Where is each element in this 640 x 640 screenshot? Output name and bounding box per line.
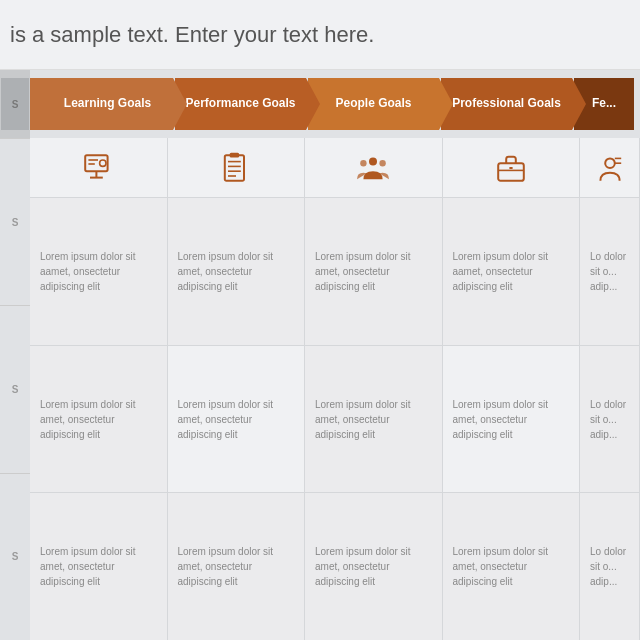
left-label-row3: S [0, 473, 30, 640]
cell-r3-c5: Lo dolor sit o... adip... [580, 493, 640, 640]
svg-point-12 [369, 157, 377, 165]
header-sample-text: is a sample text. Enter your text here. [10, 22, 374, 48]
svg-point-18 [605, 158, 615, 168]
learning-icon-cell [30, 138, 168, 197]
tab-professional-goals[interactable]: Professional Goals [441, 78, 572, 130]
cell-r2-c5: Lo dolor sit o... adip... [580, 346, 640, 493]
cell-r2-c4: Lorem ipsum dolor sit amet, onsectetur a… [443, 346, 581, 493]
svg-point-13 [360, 160, 366, 166]
learning-icon [82, 152, 114, 184]
professional-goals-label: Professional Goals [444, 96, 569, 112]
fifth-icon-cell [580, 138, 640, 197]
svg-rect-0 [85, 155, 107, 171]
data-rows: Lorem ipsum dolor sit aamet, onsectetur … [30, 198, 640, 640]
cell-r3-c2: Lorem ipsum dolor sit amet, onsectetur a… [168, 493, 306, 640]
svg-rect-6 [225, 155, 244, 181]
left-nav-arrow: S [1, 78, 29, 130]
left-labels: S S S S [0, 70, 30, 640]
fifth-icon [594, 152, 626, 184]
people-goals-label: People Goals [327, 96, 419, 112]
cell-r2-c1: Lorem ipsum dolor sit amet, onsectetur a… [30, 346, 168, 493]
performance-icon [220, 152, 252, 184]
tab-performance-goals[interactable]: Performance Goals [175, 78, 306, 130]
page-wrapper: is a sample text. Enter your text here. … [0, 0, 640, 640]
svg-point-5 [100, 160, 106, 166]
header-text: is a sample text. Enter your text here. [0, 0, 640, 70]
left-label-header: S [0, 70, 30, 138]
tab-people-goals[interactable]: People Goals [308, 78, 439, 130]
icon-row [30, 138, 640, 198]
professional-icon-cell [443, 138, 581, 197]
svg-point-14 [380, 160, 386, 166]
professional-icon [495, 152, 527, 184]
cell-r1-c3: Lorem ipsum dolor sit amet, onsectetur a… [305, 198, 443, 345]
performance-goals-label: Performance Goals [177, 96, 303, 112]
learning-goals-label: Learning Goals [56, 96, 159, 112]
cell-r3-c4: Lorem ipsum dolor sit amet, onsectetur a… [443, 493, 581, 640]
cell-r2-c3: Lorem ipsum dolor sit amet, onsectetur a… [305, 346, 443, 493]
table-area: Learning Goals Performance Goals People … [30, 70, 640, 640]
people-icon-cell [305, 138, 443, 197]
svg-rect-15 [498, 163, 524, 181]
arrow-header-row: Learning Goals Performance Goals People … [30, 70, 640, 138]
performance-icon-cell [168, 138, 306, 197]
data-row-1: Lorem ipsum dolor sit aamet, onsectetur … [30, 198, 640, 346]
fifth-goals-label: Fe... [584, 96, 624, 112]
data-row-3: Lorem ipsum dolor sit amet, onsectetur a… [30, 493, 640, 640]
left-label-row1: S [0, 138, 30, 305]
left-label-row2: S [0, 305, 30, 472]
cell-r1-c4: Lorem ipsum dolor sit aamet, onsectetur … [443, 198, 581, 345]
data-row-2: Lorem ipsum dolor sit amet, onsectetur a… [30, 346, 640, 494]
cell-r1-c1: Lorem ipsum dolor sit aamet, onsectetur … [30, 198, 168, 345]
tab-learning-goals[interactable]: Learning Goals [30, 78, 173, 130]
cell-r1-c5: Lo dolor sit o... adip... [580, 198, 640, 345]
cell-r1-c2: Lorem ipsum dolor sit amet, onsectetur a… [168, 198, 306, 345]
people-icon [357, 152, 389, 184]
cell-r3-c3: Lorem ipsum dolor sit amet, onsectetur a… [305, 493, 443, 640]
svg-rect-11 [229, 152, 239, 157]
cell-r3-c1: Lorem ipsum dolor sit amet, onsectetur a… [30, 493, 168, 640]
main-content: S S S S Learning Goals [0, 70, 640, 640]
cell-r2-c2: Lorem ipsum dolor sit amet, onsectetur a… [168, 346, 306, 493]
